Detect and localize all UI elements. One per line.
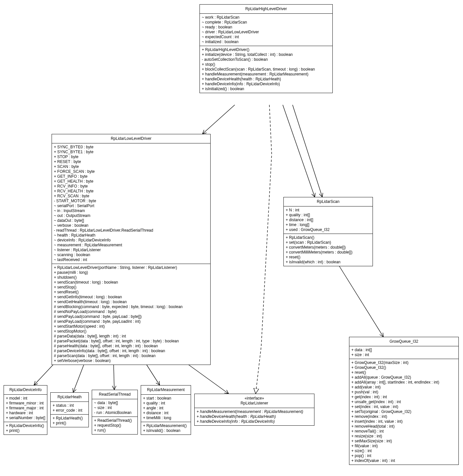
attribute-row: + status : int	[53, 403, 87, 408]
attribute-row: + start : boolean	[143, 396, 189, 401]
attribute-row: ~ data : byte[]	[94, 401, 136, 405]
class-RpLidarScan: RpLidarScan+ N : int+ quality : int[]+ d…	[283, 197, 373, 266]
attribute-row: ~ size : int	[94, 405, 136, 410]
attribute-row: + hardware : int	[6, 411, 45, 416]
operation-row: + add(value : int)	[351, 385, 456, 390]
attribute-row: + GET_HEALTH : byte	[54, 179, 208, 184]
operation-row: + isInvalid(which : int) : boolean	[286, 260, 371, 265]
operation-row: + addAll(array : int[], startIndex : int…	[351, 380, 456, 385]
attribute-row: ~ verbose : boolean	[54, 223, 208, 228]
attribute-row: ~ out : OutputStream	[54, 213, 208, 218]
attribute-row: + SYNC_BYTE0 : byte	[54, 145, 208, 150]
operation-row: + handleDeviceInfo(info : RpLidarDeviceI…	[197, 419, 312, 424]
operation-row: + RpLidarHighLevelDriver()	[202, 47, 330, 52]
attribute-row: + N : int	[286, 208, 371, 213]
attribute-row: ~ dataOut : byte[]	[54, 218, 208, 223]
operation-row: + sendScan(timeout : long) : boolean	[54, 280, 208, 285]
class-RpLidarLowLevelDriver: RpLidarLowLevelDriver+ SYNC_BYTE0 : byte…	[52, 134, 211, 365]
operation-row: + sendGetInfo(timeout : long) : boolean	[54, 295, 208, 300]
attribute-row: + firmware_minor : int	[6, 401, 45, 406]
attributes-compartment: + start : boolean+ quality : int+ angle …	[141, 395, 191, 422]
operation-row: + RpLidarScan()	[286, 235, 371, 240]
operation-row: + isInitialized() : boolean	[202, 87, 330, 91]
attribute-row: ~ initialized : boolean	[202, 40, 330, 44]
operation-row: + initialize(device : String, totalColle…	[202, 52, 330, 57]
class-GrowQueue_I32: GrowQueue_I32+ data : int[]+ size : int+…	[349, 337, 459, 465]
class-name-label: RpLidarScan	[317, 199, 339, 204]
operation-row: + handleDeviceInfo(info : RpLidarDeviceI…	[202, 82, 330, 87]
operation-row: + RpLidarHeath()	[53, 416, 87, 421]
attribute-row: + angle : int	[143, 406, 189, 411]
attribute-row: + model : int	[6, 396, 45, 401]
operation-row: + get(index : int) : int	[351, 395, 456, 400]
class-title: RpLidarDeviceInfo	[4, 386, 47, 395]
class-name-label: RpLidarMeasurement	[147, 387, 184, 392]
operation-row: # parseDeviceInfo(data : byte[], offset …	[54, 349, 208, 353]
operation-row: + fill(value : int)	[351, 444, 456, 449]
operation-row: # sendPayLoad(command : byte, payLoad : …	[54, 314, 208, 319]
operations-compartment: + GrowQueue_I32(maxSize : int)+ GrowQueu…	[349, 359, 458, 465]
class-title: RpLidarLowLevelDriver	[52, 134, 210, 143]
arrow-4	[338, 264, 383, 337]
attribute-row: + distance : int	[143, 411, 189, 416]
attribute-row: ~ expectedCount : int	[202, 35, 330, 40]
attribute-row: + quality : int[]	[286, 213, 371, 218]
class-name-label: GrowQueue_I32	[390, 339, 418, 344]
attribute-row: ~ complete : RpLidarScan	[202, 20, 330, 25]
operation-row: + insert(index : int, value : int)	[351, 419, 456, 424]
class-RpLidarDeviceInfo: RpLidarDeviceInfo+ model : int+ firmware…	[4, 385, 47, 435]
operation-row: + remove(index : int)	[351, 414, 456, 419]
attribute-row: + RCV_HEALTH : byte	[54, 189, 208, 194]
operation-row: + RpLidarMeasurement()	[143, 423, 189, 428]
operation-row: + addAll(queue : GrowQueue_I32)	[351, 375, 456, 380]
operation-row: + blockCollectScan(scan : RpLidarScan, t…	[202, 67, 330, 72]
attribute-row: + SYNC_BYTE1 : byte	[54, 150, 208, 155]
operation-row: + unsafe_get(index : int) : int	[351, 400, 456, 404]
class-RpLidarMeasurement: RpLidarMeasurement+ start : boolean+ qua…	[141, 385, 191, 435]
operations-compartment: + ReadSerialThread()+ requestStop()+ run…	[92, 417, 137, 434]
arrow-2	[283, 105, 315, 197]
operation-row: + indexOf(value : int) : int	[351, 458, 456, 463]
attribute-row: + timeMilli : long	[143, 416, 189, 420]
operation-row: + sendStopMotor()	[54, 329, 208, 334]
operations-compartment: + RpLidarHeath()+ print()	[51, 415, 88, 427]
operation-row: + handleDeviceHealth(health : RpLidarHea…	[197, 414, 312, 419]
operations-compartment: + RpLidarMeasurement()+ isInvalid() : bo…	[141, 422, 191, 435]
class-RpLidarHighLevelDriver: RpLidarHighLevelDriver~ work : RpLidarSc…	[200, 4, 333, 93]
class-ReadSerialThread: ReadSerialThread~ data : byte[]~ size : …	[92, 390, 138, 435]
operation-row: + pause(milli : long)	[54, 270, 208, 275]
class-name-label: RpLidarHeath	[57, 395, 82, 399]
class-name-label: RpLidarListener	[241, 401, 268, 405]
class-title: RpLidarHighLevelDriver	[200, 5, 332, 14]
operation-row: + sendStartMotor(speed : int)	[54, 324, 208, 329]
attribute-row: + STOP : byte	[54, 155, 208, 159]
operation-row: + stop()	[202, 62, 330, 67]
operation-row: + convertMeters(meters : double[])	[286, 245, 371, 250]
operation-row: + ReadSerialThread()	[94, 418, 136, 423]
class-title: ReadSerialThread	[92, 390, 137, 399]
operation-row: + resize(size : int)	[351, 434, 456, 439]
class-name-label: ReadSerialThread	[99, 392, 131, 397]
operation-row: # sendPayLoad(command : byte, payLoadInt…	[54, 319, 208, 324]
attribute-row: + FORCE_SCAN : byte	[54, 169, 208, 174]
operation-row: + shutdown()	[54, 275, 208, 280]
class-title: GrowQueue_I32	[349, 337, 458, 346]
operations-compartment: + RpLidarScan()+ set(scan : RpLidarScan)…	[284, 234, 373, 266]
operation-row: + convertMilliMeters(meters : double[])	[286, 250, 371, 255]
operation-row: + print()	[53, 421, 87, 426]
operation-row: # parseScan(data : byte[], offset : int,…	[54, 353, 208, 358]
attribute-row: + RESET : byte	[54, 159, 208, 164]
attributes-compartment: + status : int+ error_code : int	[51, 402, 88, 415]
arrow-1	[256, 105, 272, 394]
attributes-compartment: ~ work : RpLidarScan~ complete : RpLidar…	[200, 14, 332, 46]
operation-row: + set(scan : RpLidarScan)	[286, 240, 371, 245]
attribute-row: + quality : int	[143, 401, 189, 406]
operation-row: + set(index : int, value : int)	[351, 404, 456, 409]
class-title: RpLidarMeasurement	[141, 386, 191, 395]
attribute-row: ~ ready : boolean	[202, 25, 330, 30]
class-title: RpLidarScan	[284, 197, 373, 206]
class-name-label: RpLidarHighLevelDriver	[245, 7, 287, 11]
operation-row: + handleMeasurement(measurement : RpLida…	[197, 409, 312, 414]
operation-row: + RpLidarDeviceInfo()	[6, 423, 45, 428]
attribute-row: + serialNumber : byte[]	[6, 416, 45, 420]
